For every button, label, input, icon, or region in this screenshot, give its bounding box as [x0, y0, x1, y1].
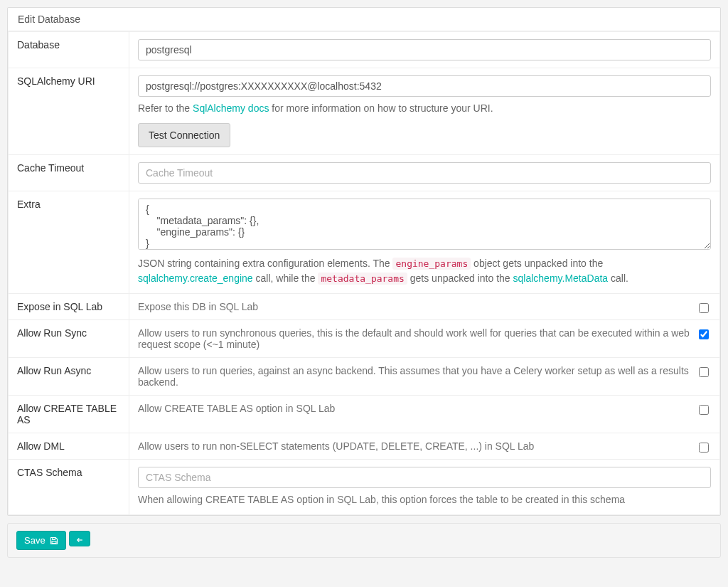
row-allow-run-sync: Allow Run Sync Allow users to run synchr…	[9, 320, 720, 358]
ctas-checkbox[interactable]	[699, 405, 709, 415]
arrow-left-icon	[76, 535, 83, 542]
label-cache-timeout: Cache Timeout	[9, 155, 129, 191]
create-engine-link[interactable]: sqlalchemy.create_engine	[138, 273, 253, 284]
extra-help: JSON string containing extra configurati…	[138, 256, 711, 286]
row-uri: SQLAlchemy URI Refer to the SqlAlchemy d…	[9, 68, 720, 155]
save-icon	[50, 536, 58, 545]
test-connection-button[interactable]: Test Connection	[138, 123, 230, 147]
panel-title: Edit Database	[8, 8, 720, 31]
row-cache-timeout: Cache Timeout	[9, 155, 720, 191]
row-allow-ctas: Allow CREATE TABLE AS Allow CREATE TABLE…	[9, 396, 720, 433]
ctas-desc: Allow CREATE TABLE AS option in SQL Lab	[138, 403, 692, 414]
row-allow-dml: Allow DML Allow users to run non-SELECT …	[9, 433, 720, 460]
ctas-schema-help: When allowing CREATE TABLE AS option in …	[138, 492, 711, 507]
row-extra: Extra JSON string containing extra confi…	[9, 191, 720, 294]
run-sync-checkbox[interactable]	[699, 329, 709, 339]
label-extra: Extra	[9, 191, 129, 294]
uri-input[interactable]	[138, 75, 711, 97]
uri-help: Refer to the SqlAlchemy docs for more in…	[138, 101, 711, 116]
sqlalchemy-docs-link[interactable]: SqlAlchemy docs	[193, 102, 269, 114]
row-ctas-schema: CTAS Schema When allowing CREATE TABLE A…	[9, 460, 720, 515]
metadata-params-code: metadata_params	[318, 273, 407, 285]
svg-rect-0	[52, 541, 56, 543]
engine-params-code: engine_params	[392, 258, 471, 270]
label-expose: Expose in SQL Lab	[9, 294, 129, 320]
expose-desc: Expose this DB in SQL Lab	[138, 301, 692, 312]
row-database: Database	[9, 32, 720, 68]
run-sync-desc: Allow users to run synchronous queries, …	[138, 327, 692, 350]
dml-desc: Allow users to run non-SELECT statements…	[138, 440, 692, 452]
label-run-sync: Allow Run Sync	[9, 320, 129, 358]
extra-textarea[interactable]	[138, 199, 711, 250]
run-async-desc: Allow users to run queries, against an a…	[138, 365, 692, 388]
back-button[interactable]	[69, 531, 90, 546]
label-ctas-schema: CTAS Schema	[9, 460, 129, 515]
save-button[interactable]: Save	[16, 531, 66, 550]
edit-database-panel: Edit Database Database SQLAlchemy URI Re…	[7, 7, 721, 516]
database-input[interactable]	[138, 39, 711, 60]
form-table: Database SQLAlchemy URI Refer to the Sql…	[8, 31, 720, 515]
row-allow-run-async: Allow Run Async Allow users to run queri…	[9, 358, 720, 396]
label-ctas: Allow CREATE TABLE AS	[9, 396, 129, 433]
footer-well: Save	[7, 523, 721, 558]
cache-timeout-input[interactable]	[138, 162, 711, 184]
metadata-link[interactable]: sqlalchemy.MetaData	[513, 273, 609, 284]
run-async-checkbox[interactable]	[699, 367, 709, 377]
label-run-async: Allow Run Async	[9, 358, 129, 396]
row-expose-sql-lab: Expose in SQL Lab Expose this DB in SQL …	[9, 294, 720, 320]
label-database: Database	[9, 32, 129, 68]
expose-checkbox[interactable]	[699, 303, 709, 313]
dml-checkbox[interactable]	[699, 443, 709, 453]
label-uri: SQLAlchemy URI	[9, 68, 129, 155]
label-dml: Allow DML	[9, 433, 129, 460]
save-label: Save	[24, 535, 46, 546]
ctas-schema-input[interactable]	[138, 467, 711, 488]
